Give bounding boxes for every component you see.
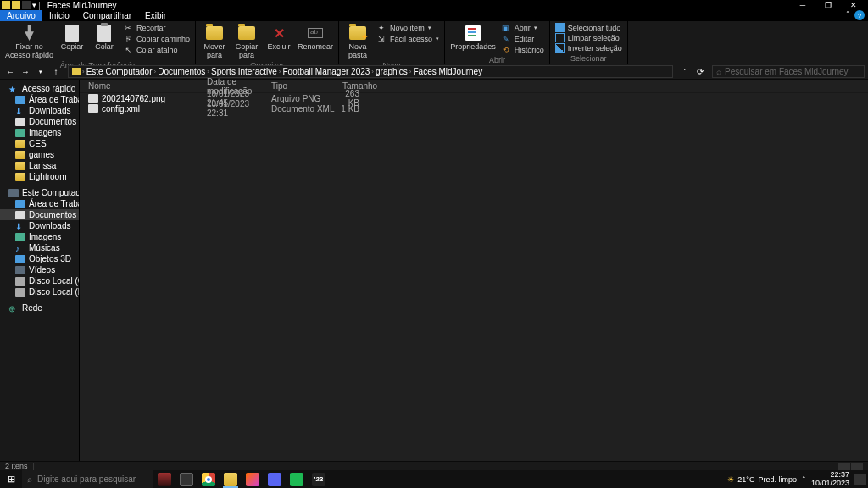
select-none-button[interactable]: Limpar seleção bbox=[555, 33, 622, 42]
nav-disk-c[interactable]: Disco Local (C:) bbox=[0, 275, 79, 286]
nav-ces[interactable]: CES bbox=[0, 138, 79, 149]
taskbar-app[interactable] bbox=[153, 470, 175, 488]
icons-view-button[interactable] bbox=[851, 463, 863, 470]
nav-music[interactable]: ♪Músicas bbox=[0, 242, 79, 253]
menu-exibir[interactable]: Exibir bbox=[138, 10, 173, 21]
details-view-button[interactable] bbox=[838, 463, 850, 470]
search-input[interactable]: ⌕ Pesquisar em Faces MidJourney bbox=[712, 65, 865, 78]
nav-3d[interactable]: Objetos 3D bbox=[0, 253, 79, 264]
menu-arquivo[interactable]: Arquivo bbox=[0, 10, 42, 21]
col-name[interactable]: Nome bbox=[88, 81, 207, 91]
disk-icon bbox=[15, 288, 25, 297]
nav-disk-d[interactable]: Disco Local (D:) bbox=[0, 286, 79, 297]
nav-this-pc[interactable]: Este Computador bbox=[0, 187, 79, 198]
taskbar-discord[interactable] bbox=[264, 470, 286, 488]
folder-icon bbox=[15, 140, 25, 148]
nav-downloads[interactable]: ⬇Downloads bbox=[0, 105, 79, 116]
nav-lightroom[interactable]: Lightroom bbox=[0, 171, 79, 182]
select-all-button[interactable]: Selecionar tudo bbox=[555, 23, 622, 32]
taskbar-taskview[interactable] bbox=[175, 470, 198, 488]
properties-button[interactable]: Propriedades bbox=[450, 23, 496, 55]
copy-folder-icon bbox=[238, 26, 255, 40]
taskbar-spotify[interactable] bbox=[286, 470, 308, 488]
chevron-right-icon[interactable]: › bbox=[82, 68, 85, 75]
nav-images[interactable]: Imagens bbox=[0, 127, 79, 138]
new-folder-button[interactable]: Nova pasta bbox=[344, 23, 371, 60]
maximize-button[interactable]: ❐ bbox=[815, 0, 841, 10]
nav-documents[interactable]: Documentos bbox=[0, 209, 79, 220]
nav-network[interactable]: ⊕Rede bbox=[0, 302, 79, 313]
back-button[interactable]: ← bbox=[3, 67, 17, 76]
star-icon: ★ bbox=[8, 85, 19, 93]
file-list[interactable]: 2002140762.png 10/01/2023 21:45 Arquivo … bbox=[80, 93, 868, 479]
ribbon-collapse-icon[interactable]: ˄ bbox=[841, 10, 854, 21]
taskbar-chrome[interactable] bbox=[198, 470, 220, 488]
taskbar-app[interactable] bbox=[242, 470, 264, 488]
new-item-button[interactable]: ✦Novo item ▾ bbox=[376, 23, 439, 33]
delete-button[interactable]: ✕ Excluir bbox=[265, 23, 292, 60]
network-icon: ⊕ bbox=[8, 304, 19, 313]
qat-chevron-icon[interactable]: ▾ bbox=[32, 1, 36, 9]
breadcrumb-segment[interactable]: Documentos› bbox=[158, 67, 209, 76]
navigation-pane[interactable]: ★Acesso rápido Área de Trabalho ⬇Downloa… bbox=[0, 80, 80, 479]
taskbar-search[interactable]: ⌕ Digite aqui para pesquisar bbox=[22, 470, 153, 488]
forward-button[interactable]: → bbox=[19, 67, 32, 76]
nav-games[interactable]: games bbox=[0, 149, 79, 160]
copy-to-button[interactable]: Copiar para bbox=[233, 23, 260, 60]
taskbar-fm23[interactable]: '23 bbox=[308, 470, 330, 488]
nav-desktop[interactable]: Área de Trabalho bbox=[0, 198, 79, 209]
taskbar-explorer[interactable] bbox=[220, 470, 242, 488]
breadcrumb-segment[interactable]: Este Computador› bbox=[86, 67, 157, 76]
ribbon: Fixar no Acesso rápido Copiar Colar ✂Rec… bbox=[0, 21, 868, 64]
window-title: Faces MidJourney bbox=[47, 1, 117, 10]
clock[interactable]: 22:37 10/01/2023 bbox=[811, 471, 849, 487]
ribbon-group-open: Propriedades ▣Abrir ▾ ✎Editar ⟲Histórico… bbox=[445, 21, 550, 64]
nav-larissa[interactable]: Larissa bbox=[0, 160, 79, 171]
start-button[interactable]: ⊞ bbox=[0, 470, 22, 488]
nav-videos[interactable]: Vídeos bbox=[0, 264, 79, 275]
history-button[interactable]: ⟲Histórico bbox=[501, 45, 544, 55]
up-button[interactable]: ↑ bbox=[49, 67, 63, 76]
easy-access-button[interactable]: ⇲Fácil acesso ▾ bbox=[376, 34, 439, 44]
item-count: 2 itens bbox=[5, 462, 28, 470]
nav-quick-access[interactable]: ★Acesso rápido bbox=[0, 83, 79, 94]
help-button[interactable]: ? bbox=[854, 10, 865, 20]
status-bar: 2 itens | bbox=[0, 461, 868, 470]
paste-button[interactable]: Colar bbox=[91, 23, 118, 60]
close-button[interactable]: ✕ bbox=[841, 0, 866, 10]
recent-dropdown[interactable]: ▾ bbox=[34, 69, 47, 75]
file-row[interactable]: 2002140762.png 10/01/2023 21:45 Arquivo … bbox=[80, 93, 868, 103]
breadcrumb-segment[interactable]: Sports Interactive› bbox=[211, 67, 281, 76]
col-type[interactable]: Tipo bbox=[271, 81, 342, 91]
breadcrumb-segment[interactable]: Football Manager 2023› bbox=[282, 67, 374, 76]
breadcrumb-segment[interactable]: Faces MidJourney bbox=[413, 67, 482, 76]
nav-documents[interactable]: Documentos bbox=[0, 116, 79, 127]
move-to-button[interactable]: Mover para bbox=[201, 23, 228, 60]
history-dropdown[interactable]: ˅ bbox=[678, 67, 692, 76]
tray-overflow-icon[interactable]: ˄ bbox=[802, 475, 806, 484]
rename-button[interactable]: Renomear bbox=[298, 23, 333, 60]
select-none-icon bbox=[555, 33, 565, 42]
file-row[interactable]: config.xml 10/01/2023 22:31 Documento XM… bbox=[80, 103, 868, 114]
paste-shortcut-button[interactable]: ⇱Colar atalho bbox=[123, 45, 190, 55]
breadcrumb-segment[interactable]: graphics› bbox=[376, 67, 411, 76]
edit-button[interactable]: ✎Editar bbox=[501, 34, 544, 44]
taskbar: ⊞ ⌕ Digite aqui para pesquisar '23 ☀ 21°… bbox=[0, 470, 868, 488]
nav-images[interactable]: Imagens bbox=[0, 231, 79, 242]
menu-inicio[interactable]: Início bbox=[42, 10, 76, 21]
nav-downloads[interactable]: ⬇Downloads bbox=[0, 220, 79, 231]
nav-desktop[interactable]: Área de Trabalho bbox=[0, 94, 79, 105]
file-icon bbox=[88, 94, 98, 103]
open-button[interactable]: ▣Abrir ▾ bbox=[501, 23, 544, 33]
minimize-button[interactable]: ─ bbox=[790, 0, 815, 10]
cut-button[interactable]: ✂Recortar bbox=[123, 23, 190, 33]
weather-widget[interactable]: ☀ 21°C Pred. limpo bbox=[727, 475, 797, 484]
refresh-button[interactable]: ⟳ bbox=[693, 67, 707, 76]
pin-quick-access-button[interactable]: Fixar no Acesso rápido bbox=[5, 23, 53, 60]
copy-button[interactable]: Copiar bbox=[58, 23, 86, 60]
invert-selection-button[interactable]: Inverter seleção bbox=[555, 43, 622, 53]
copy-path-button[interactable]: ⎘Copiar caminho bbox=[123, 34, 190, 44]
breadcrumb[interactable]: › Este Computador› Documentos› Sports In… bbox=[68, 65, 673, 78]
menu-compartilhar[interactable]: Compartilhar bbox=[76, 10, 138, 21]
notification-button[interactable] bbox=[854, 474, 866, 485]
